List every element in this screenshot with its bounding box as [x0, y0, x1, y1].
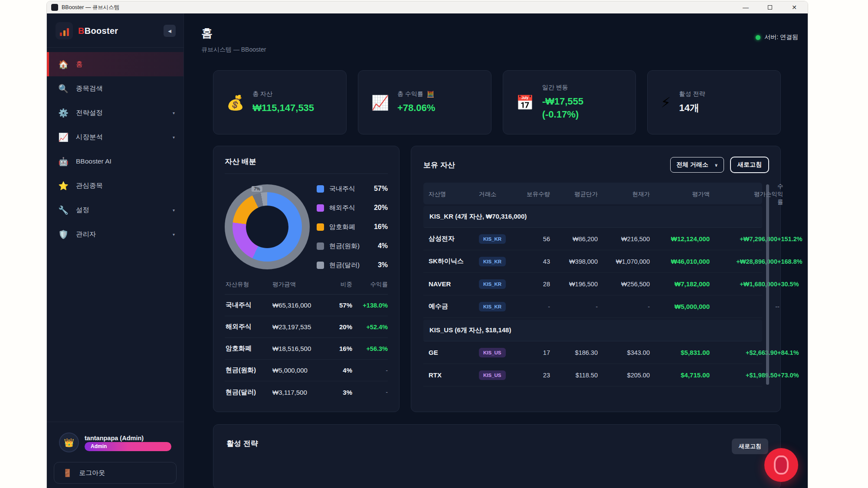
asset-name: RTX	[429, 371, 479, 379]
asset-name: 삼성전자	[429, 235, 479, 243]
legend-label: 현금(달러)	[329, 261, 360, 269]
holdings-row-GE[interactable]: GEKIS_US17$186.30$343.00$5,831.00+$2,663…	[423, 341, 762, 364]
lightning-icon: ⚡	[661, 94, 671, 111]
current-price: ₩256,500	[598, 281, 650, 288]
current-price: -	[598, 303, 650, 310]
allocation-row-현금(원화): 현금(원화)₩5,000,0004%-	[225, 360, 388, 381]
column-header: 자산명	[429, 190, 479, 198]
return-rate: -	[777, 303, 780, 310]
valuation: $5,831.00	[650, 349, 710, 356]
exchange-cell: KIS_US	[479, 348, 521, 357]
exchange-filter-select[interactable]: 전체 거래소 ∨	[670, 157, 724, 173]
asset-return: +138.0%	[352, 302, 388, 309]
legend-percent: 3%	[378, 261, 388, 269]
quantity: 28	[521, 281, 550, 288]
money-bag-icon: 💰	[226, 94, 244, 111]
holdings-row-NAVER[interactable]: NAVERKIS_KR28₩196,500₩256,500₩7,182,000+…	[423, 273, 762, 295]
scrollbar-thumb[interactable]	[766, 184, 769, 385]
column-header: 평가금액	[272, 281, 325, 288]
maximize-button[interactable]	[764, 3, 776, 12]
stat-card-일간 변동: 📅일간 변동-₩17,555(-0.17%)	[503, 70, 636, 134]
holdings-refresh-button[interactable]: 새로고침	[730, 157, 769, 173]
sidebar-item-label: 관심종목	[76, 181, 103, 190]
legend-label: 해외주식	[329, 204, 355, 212]
exchange-badge: KIS_US	[479, 370, 506, 380]
server-status-dot	[756, 35, 760, 40]
brand-name: BBooster	[78, 26, 118, 36]
holdings-table: 자산명거래소보유수량평균단가현재가평가액평가손익수익률KIS_KR (4개 자산…	[423, 183, 762, 386]
sidebar-item-전략설정[interactable]: ⚙️전략설정▾	[47, 101, 183, 125]
sidebar-item-홈[interactable]: 🏠홈	[47, 52, 183, 76]
minimize-button[interactable]: —	[740, 3, 751, 12]
column-header: 비중	[325, 281, 352, 288]
valuation: ₩5,000,000	[650, 303, 710, 310]
close-button[interactable]: ✕	[789, 3, 800, 12]
sidebar-item-종목검색[interactable]: 🔍종목검색	[47, 76, 183, 101]
avg-price: $186.30	[550, 349, 598, 356]
stat-body: 활성 전략14개	[679, 90, 705, 115]
role-badge: Admin	[85, 442, 171, 451]
return-rate: +151.2%	[777, 236, 802, 242]
sidebar-item-관심종목[interactable]: ⭐관심종목	[47, 174, 183, 198]
sidebar-item-시장분석[interactable]: 📈시장분석▾	[47, 125, 183, 149]
stat-value: +78.06%	[397, 102, 435, 115]
exchange-filter-value: 전체 거래소	[676, 161, 708, 169]
stat-card-총 수익률: 📈총 수익률🧮+78.06%	[358, 70, 491, 134]
quantity: 43	[521, 258, 550, 265]
asset-return: -	[352, 367, 388, 374]
sidebar-item-label: 종목검색	[76, 84, 103, 93]
holdings-row-예수금[interactable]: 예수금KIS_KR---₩5,000,000--	[423, 295, 762, 318]
holdings-row-RTX[interactable]: RTXKIS_US23$118.50$205.00$4,715.00+$1,98…	[423, 364, 762, 386]
sidebar-item-설정[interactable]: 🔧설정▾	[47, 198, 183, 222]
column-header: 현재가	[598, 190, 650, 198]
sidebar: BBooster ◀ 🏠홈🔍종목검색⚙️전략설정▾📈시장분석▾🤖BBooster…	[47, 13, 184, 488]
exchange-cell: KIS_US	[479, 370, 521, 380]
calendar-icon: 📅	[516, 94, 534, 111]
asset-amount: ₩5,000,000	[272, 367, 325, 374]
legend-item-현금(달러): 현금(달러)3%	[317, 261, 388, 269]
quantity: -	[521, 303, 550, 310]
sidebar-item-label: 홈	[76, 60, 83, 69]
chevron-down-icon: ▾	[173, 208, 175, 213]
asset-name: 예수금	[429, 302, 479, 311]
sidebar-collapse-button[interactable]: ◀	[164, 25, 176, 37]
legend-swatch	[317, 262, 324, 269]
asset-weight: 4%	[325, 367, 352, 374]
allocation-table-header: 자산유형평가금액비중수익률	[225, 281, 388, 295]
stat-value-secondary: (-0.17%)	[542, 108, 583, 121]
sidebar-item-BBooster AI[interactable]: 🤖BBooster AI	[47, 149, 183, 174]
current-price: $205.00	[598, 372, 650, 379]
record-fab-button[interactable]	[764, 448, 798, 482]
asset-type: 암호화폐	[226, 344, 272, 353]
column-header: 거래소	[479, 190, 521, 198]
valuation: ₩7,182,000	[650, 280, 710, 288]
holdings-table-header: 자산명거래소보유수량평균단가현재가평가액평가손익수익률	[423, 183, 762, 204]
asset-amount: ₩23,197,535	[272, 323, 325, 331]
logout-button[interactable]: 🚪 로그아웃	[54, 462, 177, 484]
legend-percent: 16%	[374, 223, 388, 231]
user-panel: 👑 tantanpapa (Admin) Admin	[54, 428, 177, 457]
asset-weight: 20%	[325, 323, 352, 331]
strategies-title: 활성 전략	[226, 439, 258, 449]
legend-label: 암호화폐	[329, 223, 355, 231]
page-subtitle: 큐브시스템 — BBooster	[201, 46, 790, 54]
crown-icon: 👑	[64, 438, 74, 448]
record-icon	[774, 455, 789, 475]
app-window: BBooster — 큐브시스템 — ✕ BBooster ◀ 🏠홈🔍종목검색⚙…	[47, 1, 808, 488]
asset-type: 현금(달러)	[226, 388, 272, 396]
asset-type: 현금(원화)	[226, 366, 272, 374]
donut-legend: 국내주식57%해외주식20%암호화폐16%현금(원화)4%현금(달러)3%	[313, 185, 388, 269]
holdings-row-삼성전자[interactable]: 삼성전자KIS_KR56₩86,200₩216,500₩12,124,000+₩…	[423, 228, 762, 250]
sidebar-item-label: 전략설정	[76, 108, 103, 118]
exchange-cell: KIS_KR	[479, 234, 521, 244]
legend-label: 국내주식	[329, 185, 355, 193]
table-scrollbar[interactable]	[766, 184, 769, 385]
asset-name: SK하이닉스	[429, 257, 479, 265]
search-icon: 🔍	[58, 84, 69, 94]
asset-return: -	[352, 389, 388, 396]
holdings-row-SK하이닉스[interactable]: SK하이닉스KIS_KR43₩398,000₩1,070,000₩46,010,…	[423, 250, 762, 273]
strategies-refresh-button[interactable]: 새로고침	[732, 439, 768, 454]
sidebar-item-관리자[interactable]: 🛡️관리자▾	[47, 222, 183, 246]
chart-icon: 📈	[58, 132, 69, 142]
current-price: ₩216,500	[598, 236, 650, 242]
